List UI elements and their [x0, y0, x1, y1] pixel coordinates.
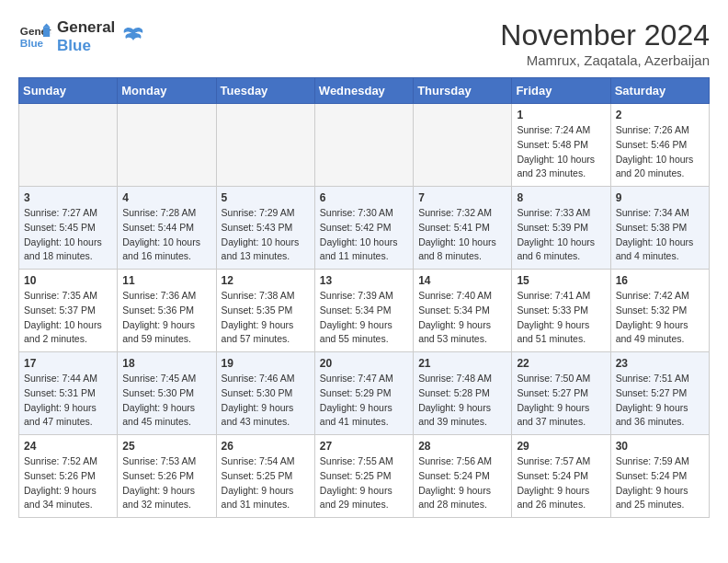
day-number: 28 [418, 440, 506, 453]
sunset-label: Sunset: [616, 304, 652, 316]
day-number: 18 [122, 357, 210, 370]
title-block: November 2024 Mamrux, Zaqatala, Azerbaij… [500, 18, 710, 68]
sunrise-value: 7:24 AM [555, 124, 591, 135]
calendar-day-cell: 2 Sunrise: 7:26 AM Sunset: 5:46 PM Dayli… [610, 104, 709, 187]
day-info: Sunrise: 7:48 AM Sunset: 5:28 PM Dayligh… [418, 372, 506, 430]
sunset-label: Sunset: [24, 222, 60, 233]
sunrise-label: Sunrise: [320, 455, 358, 466]
day-info: Sunrise: 7:24 AM Sunset: 5:48 PM Dayligh… [517, 123, 605, 181]
day-info: Sunrise: 7:56 AM Sunset: 5:24 PM Dayligh… [418, 454, 506, 512]
sunrise-value: 7:27 AM [62, 207, 97, 218]
calendar-day-cell [19, 104, 118, 187]
sunset-value: 5:29 PM [355, 387, 391, 398]
sunrise-label: Sunrise: [24, 455, 62, 466]
day-info: Sunrise: 7:40 AM Sunset: 5:34 PM Dayligh… [418, 289, 506, 347]
sunrise-label: Sunrise: [24, 207, 62, 218]
daylight-label: Daylight: 10 hours and 6 minutes. [517, 236, 595, 262]
calendar-day-cell: 27 Sunrise: 7:55 AM Sunset: 5:25 PM Dayl… [314, 435, 413, 518]
day-number: 13 [320, 274, 408, 287]
location: Mamrux, Zaqatala, Azerbaijan [500, 52, 710, 68]
day-number: 7 [418, 191, 506, 204]
sunrise-value: 7:47 AM [358, 373, 393, 384]
sunrise-label: Sunrise: [418, 455, 456, 466]
day-number: 8 [517, 191, 605, 204]
day-number: 10 [24, 274, 112, 287]
calendar-week-row: 17 Sunrise: 7:44 AM Sunset: 5:31 PM Dayl… [19, 352, 710, 435]
day-number: 30 [616, 440, 704, 453]
svg-marker-2 [43, 28, 50, 38]
sunset-label: Sunset: [24, 304, 60, 316]
daylight-label: Daylight: 9 hours and 41 minutes. [320, 402, 392, 428]
sunrise-value: 7:33 AM [555, 207, 591, 218]
sunset-value: 5:24 PM [454, 470, 490, 481]
day-number: 23 [616, 357, 704, 370]
sunset-value: 5:45 PM [60, 222, 96, 233]
sunset-value: 5:34 PM [355, 304, 391, 316]
sunset-value: 5:48 PM [552, 139, 588, 150]
sunset-value: 5:24 PM [552, 470, 588, 481]
sunset-value: 5:24 PM [651, 470, 687, 481]
day-info: Sunrise: 7:57 AM Sunset: 5:24 PM Dayligh… [517, 454, 605, 512]
calendar-day-cell: 20 Sunrise: 7:47 AM Sunset: 5:29 PM Dayl… [314, 352, 413, 435]
sunrise-value: 7:46 AM [259, 373, 295, 384]
sunset-label: Sunset: [616, 139, 652, 150]
day-number: 16 [616, 274, 704, 287]
sunset-label: Sunset: [122, 470, 158, 481]
daylight-label: Daylight: 9 hours and 49 minutes. [616, 319, 688, 345]
sunset-value: 5:25 PM [256, 470, 292, 481]
day-info: Sunrise: 7:39 AM Sunset: 5:34 PM Dayligh… [320, 289, 408, 347]
day-number: 11 [122, 274, 210, 287]
sunset-value: 5:43 PM [256, 222, 292, 233]
daylight-label: Daylight: 9 hours and 34 minutes. [24, 485, 97, 511]
day-info: Sunrise: 7:29 AM Sunset: 5:43 PM Dayligh… [222, 206, 310, 264]
day-number: 27 [320, 440, 408, 453]
sunrise-label: Sunrise: [320, 290, 358, 301]
calendar-week-row: 24 Sunrise: 7:52 AM Sunset: 5:26 PM Dayl… [19, 435, 710, 518]
daylight-label: Daylight: 9 hours and 39 minutes. [418, 402, 491, 428]
calendar-day-cell: 15 Sunrise: 7:41 AM Sunset: 5:33 PM Dayl… [512, 270, 610, 352]
calendar-day-cell [414, 104, 512, 187]
sunset-value: 5:46 PM [651, 139, 687, 150]
sunset-label: Sunset: [122, 222, 158, 233]
sunset-label: Sunset: [418, 387, 454, 398]
calendar-day-cell: 26 Sunrise: 7:54 AM Sunset: 5:25 PM Dayl… [216, 435, 314, 518]
daylight-label: Daylight: 9 hours and 26 minutes. [517, 485, 589, 511]
calendar-day-cell: 19 Sunrise: 7:46 AM Sunset: 5:30 PM Dayl… [216, 352, 314, 435]
logo: General Blue General Blue [18, 18, 146, 56]
sunset-label: Sunset: [222, 470, 257, 481]
day-number: 17 [24, 357, 112, 370]
calendar-day-cell: 1 Sunrise: 7:24 AM Sunset: 5:48 PM Dayli… [512, 104, 610, 187]
daylight-label: Daylight: 9 hours and 25 minutes. [616, 485, 688, 511]
sunrise-value: 7:48 AM [457, 373, 493, 384]
sunset-label: Sunset: [222, 304, 257, 316]
daylight-label: Daylight: 10 hours and 20 minutes. [616, 154, 694, 179]
sunset-value: 5:42 PM [355, 222, 391, 233]
calendar-day-cell: 6 Sunrise: 7:30 AM Sunset: 5:42 PM Dayli… [314, 187, 413, 270]
daylight-label: Daylight: 9 hours and 31 minutes. [222, 485, 294, 511]
calendar-day-cell [118, 104, 216, 187]
sunset-value: 5:32 PM [651, 304, 687, 316]
sunset-label: Sunset: [616, 470, 652, 481]
calendar-body: 1 Sunrise: 7:24 AM Sunset: 5:48 PM Dayli… [19, 104, 710, 518]
sunrise-label: Sunrise: [122, 373, 160, 384]
sunrise-value: 7:59 AM [654, 455, 689, 466]
daylight-label: Daylight: 10 hours and 11 minutes. [320, 236, 398, 262]
calendar-day-cell: 14 Sunrise: 7:40 AM Sunset: 5:34 PM Dayl… [414, 270, 512, 352]
daylight-label: Daylight: 9 hours and 43 minutes. [222, 402, 294, 428]
day-info: Sunrise: 7:46 AM Sunset: 5:30 PM Dayligh… [222, 372, 310, 430]
daylight-label: Daylight: 9 hours and 51 minutes. [517, 319, 589, 345]
sunrise-label: Sunrise: [517, 455, 554, 466]
sunrise-value: 7:30 AM [358, 207, 393, 218]
calendar-day-cell: 3 Sunrise: 7:27 AM Sunset: 5:45 PM Dayli… [19, 187, 118, 270]
daylight-label: Daylight: 10 hours and 23 minutes. [517, 154, 595, 179]
calendar-day-cell: 18 Sunrise: 7:45 AM Sunset: 5:30 PM Dayl… [118, 352, 216, 435]
sunset-label: Sunset: [122, 304, 158, 316]
sunrise-value: 7:56 AM [457, 455, 493, 466]
day-info: Sunrise: 7:26 AM Sunset: 5:46 PM Dayligh… [616, 123, 704, 181]
day-number: 24 [24, 440, 112, 453]
day-info: Sunrise: 7:50 AM Sunset: 5:27 PM Dayligh… [517, 372, 605, 430]
sunrise-label: Sunrise: [222, 455, 259, 466]
sunrise-label: Sunrise: [517, 124, 554, 135]
sunrise-value: 7:39 AM [358, 290, 393, 301]
sunrise-value: 7:32 AM [457, 207, 493, 218]
